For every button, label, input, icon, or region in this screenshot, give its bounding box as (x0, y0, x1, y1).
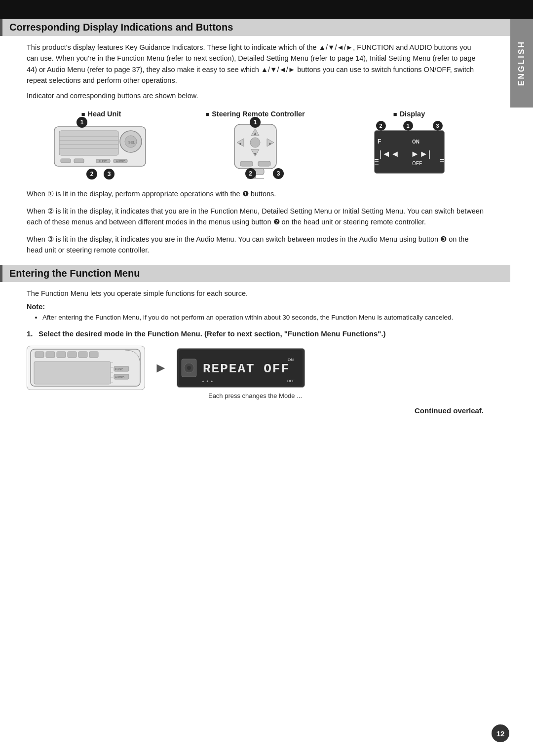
hu-badge-3: 3 (104, 169, 114, 180)
when3-text: When ③ is lit in the display, it indicat… (27, 234, 484, 256)
func-hu-svg: FUNC AUDIO (29, 348, 143, 388)
svg-rect-43 (46, 352, 55, 358)
svg-rect-42 (35, 352, 44, 358)
sr-badge-2: 2 (245, 168, 256, 179)
continued-text: Continued overleaf. (27, 406, 484, 415)
svg-point-61 (187, 366, 191, 370)
steering-col: Steering Remote Controller 1 ▲ ▼ ◄ (181, 110, 330, 180)
svg-rect-9 (61, 159, 71, 163)
indicators-row: Head Unit 1 SEL (27, 110, 484, 182)
func-head-unit: FUNC AUDIO (27, 346, 145, 390)
svg-text:REPEAT  OFF: REPEAT OFF (203, 361, 290, 376)
svg-text:OFF: OFF (412, 161, 422, 166)
english-label: ENGLISH (517, 40, 526, 86)
sr-badge-1: 1 (250, 117, 261, 128)
section1-body2: Indicator and corresponding buttons are … (27, 90, 484, 101)
svg-text:F: F (378, 138, 381, 145)
svg-text:AUDIO: AUDIO (115, 376, 124, 379)
svg-rect-44 (57, 352, 66, 358)
english-tab: ENGLISH (510, 19, 533, 108)
section1-title: Corresponding Display Indications and Bu… (9, 22, 526, 33)
svg-rect-53 (34, 361, 111, 384)
svg-rect-26 (258, 161, 270, 166)
when2-text: When ② is lit in the display, it indicat… (27, 206, 484, 228)
func-display: REPEAT OFF ▲ ▲ ▲ ON OFF (177, 348, 305, 388)
svg-rect-1 (59, 131, 118, 155)
display-svg: ON |◄◄ ►►| OFF F (374, 130, 445, 174)
display-col: Display 2 1 3 ON |◄◄ ►►| OFF F (335, 110, 484, 176)
svg-text:►►|: ►►| (411, 149, 430, 159)
svg-rect-10 (74, 159, 84, 163)
svg-text:AUDIO: AUDIO (116, 160, 125, 163)
caption-text: Each press changes the Mode ... (27, 392, 484, 399)
svg-text:▲ ▲ ▲: ▲ ▲ ▲ (201, 379, 214, 383)
svg-text:SEL: SEL (128, 141, 135, 144)
note-label: Note: (27, 303, 484, 311)
display-label: Display (393, 110, 425, 118)
section2-title: Entering the Function Menu (9, 268, 503, 279)
dp-badge-1: 1 (403, 121, 413, 131)
svg-rect-46 (78, 352, 87, 358)
svg-rect-45 (68, 352, 76, 358)
note-item: After entering the Function Menu, if you… (42, 313, 484, 323)
svg-rect-25 (240, 161, 253, 166)
hu-badge-2: 2 (86, 169, 97, 180)
svg-text:ON: ON (412, 139, 419, 144)
svg-text:FUNC: FUNC (99, 160, 107, 163)
when1-text: When ① is lit in the display, perform ap… (27, 188, 484, 199)
head-unit-label: Head Unit (81, 110, 121, 118)
svg-rect-47 (89, 352, 98, 358)
section1-header: Corresponding Display Indications and Bu… (0, 19, 533, 36)
svg-text:OFF: OFF (287, 379, 295, 383)
section2-header: Entering the Function Menu (0, 265, 510, 282)
section2-intro: The Function Menu lets you operate simpl… (27, 288, 484, 299)
svg-text:►: ► (268, 142, 272, 146)
svg-point-24 (250, 138, 260, 147)
head-unit-col: Head Unit 1 SEL (27, 110, 176, 182)
top-bar (0, 0, 533, 19)
arrow-icon: ► (154, 360, 168, 376)
dp-badge-2: 2 (376, 121, 386, 131)
svg-text:▲: ▲ (253, 131, 257, 136)
svg-text:▼: ▼ (253, 152, 257, 156)
dp-badge-3: 3 (433, 121, 443, 131)
note-list: After entering the Function Menu, if you… (35, 313, 484, 323)
svg-text:FUNC: FUNC (115, 368, 123, 371)
svg-text:◄: ◄ (238, 142, 242, 146)
section1-body1: This product's display features Key Guid… (27, 42, 484, 86)
head-unit-svg: SEL FUNC AUDIO (52, 122, 151, 171)
svg-text:|◄◄: |◄◄ (380, 149, 399, 159)
svg-text:ON: ON (288, 358, 294, 362)
page-number: 12 (492, 724, 509, 742)
func-display-svg: REPEAT OFF ▲ ▲ ▲ ON OFF (179, 350, 303, 386)
function-row: FUNC AUDIO ► REPEAT OFF ▲ ▲ ▲ ON (27, 346, 484, 390)
step1-text: 1. Select the desired mode in the Functi… (27, 328, 484, 340)
